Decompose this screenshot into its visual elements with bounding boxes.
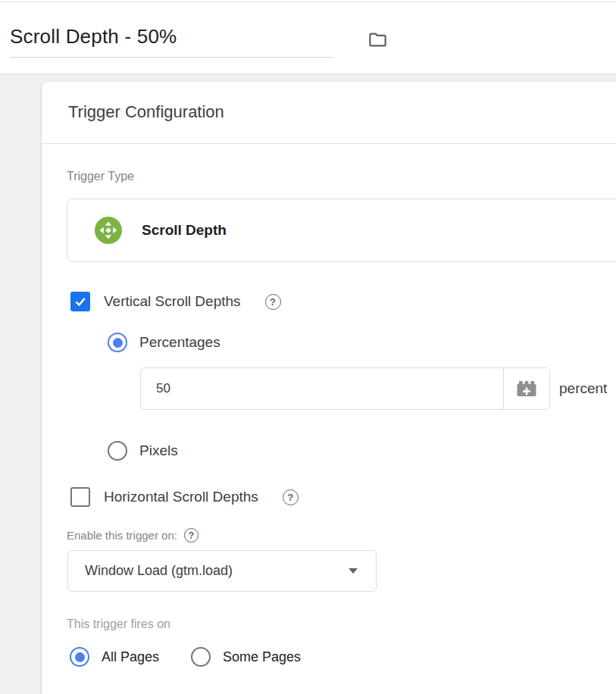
lego-plus-icon [515, 380, 538, 399]
fires-on-row: All Pages Some Pages [70, 647, 301, 667]
pixels-radio[interactable] [108, 441, 127, 461]
percent-value-input[interactable] [141, 368, 503, 409]
some-pages-option: Some Pages [191, 647, 301, 667]
some-pages-label[interactable]: Some Pages [223, 649, 301, 665]
top-divider [0, 2, 616, 2]
scroll-depth-icon [95, 217, 122, 244]
pixels-label[interactable]: Pixels [139, 442, 178, 459]
card-divider [42, 143, 616, 144]
percent-input-row: percent [140, 367, 607, 410]
trigger-type-label: Trigger Type [67, 170, 134, 183]
all-pages-label[interactable]: All Pages [102, 649, 159, 665]
all-pages-option: All Pages [70, 647, 159, 667]
percent-unit-label: percent [559, 380, 607, 397]
some-pages-radio[interactable] [191, 647, 211, 667]
vertical-scroll-row: Vertical Scroll Depths ? [70, 292, 281, 311]
percentages-row: Percentages [108, 333, 220, 352]
folder-button[interactable] [365, 27, 389, 52]
folder-icon [367, 30, 388, 50]
horizontal-scroll-label[interactable]: Horizontal Scroll Depths [104, 489, 258, 505]
trigger-name-input[interactable]: Scroll Depth - 50% [10, 25, 333, 58]
horizontal-scroll-row: Horizontal Scroll Depths ? [70, 487, 299, 507]
help-icon[interactable]: ? [265, 294, 281, 310]
fires-on-label: This trigger fires on [67, 617, 170, 631]
pixels-row: Pixels [108, 441, 178, 461]
card-title: Trigger Configuration [68, 102, 224, 122]
chevron-down-icon [349, 568, 358, 574]
help-icon[interactable]: ? [283, 489, 299, 505]
help-icon[interactable]: ? [184, 528, 199, 542]
trigger-type-value: Scroll Depth [142, 222, 227, 239]
trigger-type-selector[interactable]: Scroll Depth [67, 199, 616, 262]
enable-on-selected-value: Window Load (gtm.load) [85, 563, 349, 579]
enable-on-row: Enable this trigger on: ? [67, 528, 199, 542]
all-pages-radio[interactable] [70, 647, 89, 667]
variable-picker-button[interactable] [503, 368, 549, 409]
percentages-label[interactable]: Percentages [139, 334, 220, 351]
vertical-scroll-label[interactable]: Vertical Scroll Depths [104, 293, 241, 310]
enable-on-label: Enable this trigger on: [67, 529, 177, 542]
gtm-trigger-screen: Scroll Depth - 50% Trigger Configuration… [0, 0, 616, 694]
percentages-radio[interactable] [108, 333, 127, 352]
trigger-configuration-card: Trigger Configuration Trigger Type Scrol… [42, 82, 616, 694]
percent-input-control [140, 367, 550, 410]
horizontal-scroll-checkbox[interactable] [70, 487, 90, 507]
enable-on-dropdown[interactable]: Window Load (gtm.load) [67, 550, 377, 592]
vertical-scroll-checkbox[interactable] [70, 292, 90, 311]
